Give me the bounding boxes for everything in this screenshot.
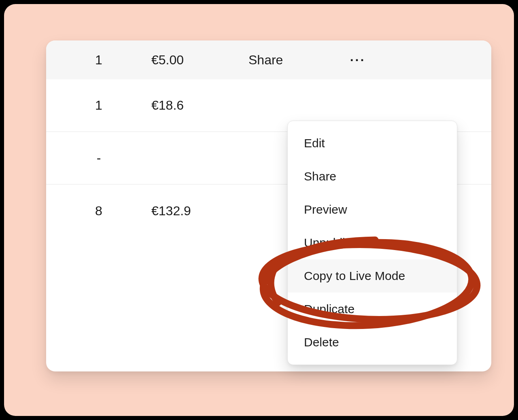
share-button[interactable]: Share (248, 53, 333, 68)
header-qty: 1 (46, 53, 151, 68)
menu-item-copy-to-live-mode[interactable]: Copy to Live Mode (288, 259, 457, 293)
more-options-button[interactable]: ··· (333, 53, 382, 68)
cell-qty: 1 (46, 98, 151, 113)
menu-item-duplicate[interactable]: Duplicate (288, 293, 457, 326)
menu-item-delete[interactable]: Delete (288, 326, 457, 359)
context-menu: Edit Share Preview Unpublish Copy to Liv… (287, 121, 457, 365)
cell-price: €18.6 (151, 98, 248, 113)
menu-item-share[interactable]: Share (288, 160, 457, 193)
cell-qty: 8 (46, 204, 151, 218)
header-price: €5.00 (151, 53, 248, 68)
table-header-row: 1 €5.00 Share ··· (46, 40, 491, 79)
table-card: 1 €5.00 Share ··· 1 €18.6 - 8 €132.9 Edi… (46, 40, 491, 371)
cell-qty: - (46, 151, 151, 165)
menu-item-unpublish[interactable]: Unpublish (288, 226, 457, 259)
menu-item-edit[interactable]: Edit (288, 127, 457, 160)
menu-item-preview[interactable]: Preview (288, 193, 457, 226)
background-frame: 1 €5.00 Share ··· 1 €18.6 - 8 €132.9 Edi… (4, 4, 514, 416)
cell-price: €132.9 (151, 204, 248, 218)
